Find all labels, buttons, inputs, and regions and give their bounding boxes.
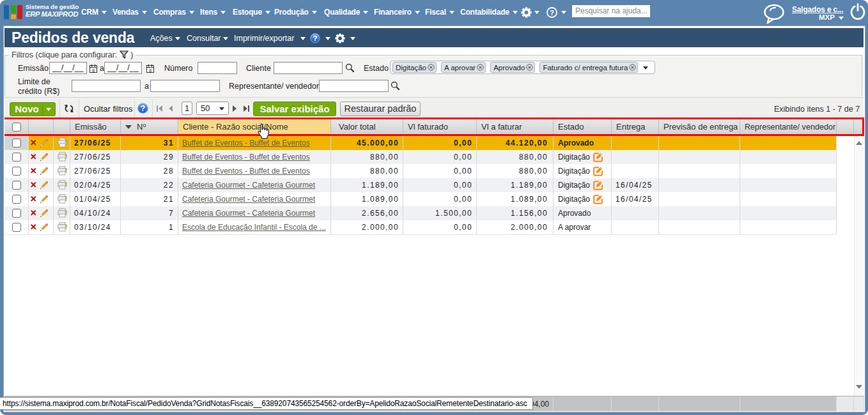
svg-text:8: 8	[92, 68, 95, 73]
svg-text:?: ?	[313, 34, 317, 42]
svg-text:8: 8	[149, 68, 151, 73]
svg-text:?: ?	[550, 9, 554, 17]
svg-text:?: ?	[141, 104, 145, 113]
